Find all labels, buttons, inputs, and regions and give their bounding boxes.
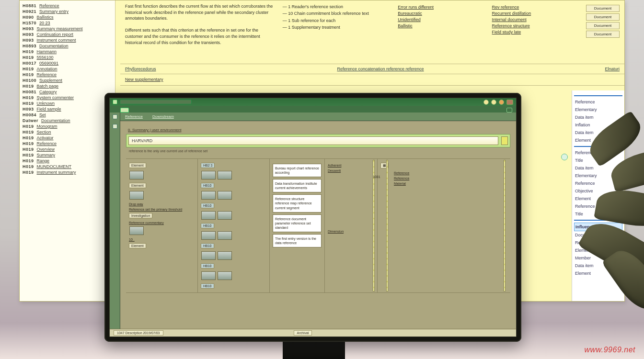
- bg-button[interactable]: Document: [586, 31, 620, 38]
- right-panel-item[interactable]: Reference: [574, 239, 622, 247]
- right-panel-item[interactable]: Title: [574, 210, 622, 218]
- bg-link[interactable]: Ballistic: [398, 23, 482, 28]
- index-row[interactable]: DatwerDocumentation: [23, 118, 112, 123]
- right-panel-item[interactable]: Element: [574, 195, 622, 202]
- bg-link[interactable]: Error runs different: [398, 5, 482, 10]
- bg-ref[interactable]: Recurrent distillation: [492, 11, 576, 16]
- index-row[interactable]: H019Summary: [23, 153, 112, 157]
- thumb-icon[interactable]: [201, 191, 216, 200]
- chip[interactable]: HB10: [201, 183, 214, 188]
- ruler-c[interactable]: [504, 160, 506, 292]
- index-row[interactable]: H0081Category: [23, 90, 112, 94]
- right-panel-item[interactable]: Elementary: [574, 172, 622, 180]
- thumb-icon[interactable]: [201, 251, 216, 260]
- index-row[interactable]: H019Unknown: [23, 101, 112, 106]
- bg-link[interactable]: Bureaucratic: [398, 11, 482, 16]
- index-row[interactable]: H093Continuation report: [23, 32, 112, 37]
- bg-bar-left[interactable]: Phyllorecedorus: [125, 67, 156, 71]
- right-panel-item[interactable]: Reference: [574, 202, 622, 210]
- right-panel-item[interactable]: Element: [574, 269, 622, 277]
- thumb-icon[interactable]: [201, 271, 216, 280]
- thumb-icon[interactable]: [218, 251, 232, 260]
- address-field[interactable]: [120, 100, 192, 104]
- thumb-icon[interactable]: [218, 211, 232, 220]
- bg-ref[interactable]: Internal document: [492, 17, 576, 22]
- right-panel-item[interactable]: Element: [574, 247, 622, 254]
- bg-ref[interactable]: Field study late: [492, 30, 576, 34]
- thumb-icon[interactable]: [218, 231, 232, 240]
- sidebar-icon-2[interactable]: [113, 124, 117, 129]
- index-row[interactable]: H001705690091: [23, 61, 112, 66]
- index-row[interactable]: H0084Set: [23, 112, 112, 117]
- right-panel-item[interactable]: Reference: [574, 180, 622, 187]
- description-block[interactable]: Reference document parameter reference s…: [273, 214, 322, 232]
- chip[interactable]: HB10: [201, 263, 214, 269]
- bg-button[interactable]: Document: [586, 22, 620, 29]
- bg-link[interactable]: Unidentified: [398, 17, 482, 22]
- right-panel-item[interactable]: Objective: [574, 187, 622, 195]
- right-panel-item[interactable]: Document: [574, 231, 622, 239]
- toolbar-overflow-icon[interactable]: [506, 108, 512, 112]
- bg-ref[interactable]: Reference structure: [492, 23, 576, 28]
- thumb-icon[interactable]: [201, 231, 216, 240]
- index-row[interactable]: H0100Supplement: [23, 78, 112, 83]
- right-panel-item[interactable]: Member: [574, 254, 622, 262]
- chip[interactable]: Element: [129, 183, 146, 188]
- ruler-a[interactable]: [373, 160, 375, 292]
- index-row[interactable]: H093Field sample: [23, 107, 112, 112]
- index-row[interactable]: H019MUNDOCUMENT: [23, 164, 112, 169]
- chip[interactable]: HB10: [201, 203, 214, 208]
- index-row[interactable]: H019Instrument summary: [23, 170, 112, 175]
- right-panel-item[interactable]: Data item: [574, 262, 622, 269]
- right-panel-item[interactable]: Element: [574, 136, 622, 144]
- app-menu-icon[interactable]: [113, 100, 117, 104]
- chip[interactable]: Investigation: [129, 213, 152, 218]
- chip[interactable]: HB10: [201, 283, 214, 289]
- status-mid[interactable]: Archival: [294, 330, 312, 336]
- chip[interactable]: HB10: [201, 243, 214, 248]
- thumb-icon[interactable]: [218, 191, 232, 200]
- index-row[interactable]: H093Instrument comment: [23, 38, 112, 43]
- tab-1[interactable]: [120, 108, 129, 112]
- index-row[interactable]: H019Annotation: [23, 67, 112, 71]
- index-row[interactable]: H090Ballistics: [23, 15, 112, 20]
- description-block[interactable]: The first entry version is the data refe…: [273, 234, 322, 247]
- search-input[interactable]: HARVARD: [128, 136, 498, 145]
- index-row[interactable]: H019System commenter: [23, 95, 112, 100]
- bg-button[interactable]: Document: [586, 5, 620, 12]
- restore-button[interactable]: [499, 100, 504, 105]
- index-row[interactable]: H019Reference: [23, 141, 112, 146]
- right-panel-item[interactable]: Inflation: [574, 121, 622, 129]
- right-panel-item[interactable]: Data item: [574, 129, 622, 136]
- thumb-icon[interactable]: [218, 271, 232, 280]
- bg-bar-right[interactable]: Elnaturi: [605, 67, 620, 71]
- index-row[interactable]: H019Reference: [23, 72, 112, 77]
- right-panel-item[interactable]: Influence: [574, 223, 622, 231]
- index-row[interactable]: H0921Summary entry: [23, 9, 112, 14]
- right-panel-item[interactable]: Reference: [574, 98, 622, 106]
- thumb-icon[interactable]: [201, 211, 216, 220]
- right-panel-item[interactable]: Data item: [574, 113, 622, 121]
- ruler-b[interactable]: [386, 160, 388, 292]
- thumb-icon[interactable]: [201, 171, 216, 180]
- chip[interactable]: HB10: [201, 223, 214, 228]
- index-row[interactable]: H019Activator: [23, 135, 112, 140]
- right-panel-item[interactable]: Data item: [574, 164, 622, 172]
- chip[interactable]: Element: [129, 243, 146, 248]
- index-row[interactable]: H019Monogram: [23, 124, 112, 129]
- index-row[interactable]: H019Hammann: [23, 49, 112, 54]
- minimize-button[interactable]: [483, 100, 489, 105]
- index-row[interactable]: H0893Documentation: [23, 44, 112, 48]
- toolbar-item[interactable]: Downstream: [152, 114, 174, 119]
- description-block[interactable]: Reference structure reference map refere…: [273, 194, 322, 212]
- thumb-icon[interactable]: [218, 171, 232, 180]
- index-row[interactable]: H019Overview: [23, 147, 112, 152]
- index-row[interactable]: H019Range: [23, 158, 112, 163]
- description-block[interactable]: Bureau report chart reference according: [273, 164, 322, 177]
- bg-ref[interactable]: Rev reference: [492, 5, 576, 10]
- index-row[interactable]: H093Summary measurement: [23, 26, 112, 31]
- bg-button[interactable]: Document: [586, 13, 620, 21]
- col-head-chip[interactable]: HB2 3: [201, 163, 215, 168]
- index-row[interactable]: H019Batch page: [23, 84, 112, 89]
- close-button[interactable]: [506, 100, 513, 105]
